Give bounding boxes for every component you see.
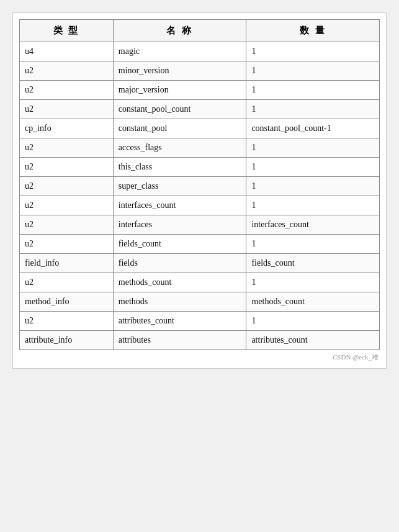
cell-count: 1 — [246, 312, 380, 331]
cell-count: 1 — [246, 158, 380, 177]
cell-type: u2 — [20, 81, 114, 100]
table-row: u2methods_count1 — [20, 273, 380, 292]
table-row: u2fields_count1 — [20, 235, 380, 254]
cell-count: 1 — [246, 235, 380, 254]
cell-name: attributes — [113, 331, 246, 350]
cell-name: constant_pool — [113, 119, 246, 138]
cell-count: 1 — [246, 61, 380, 81]
cell-count: attributes_count — [246, 331, 380, 350]
table-row: u2super_class1 — [20, 177, 380, 196]
cell-name: methods — [113, 292, 246, 312]
cell-name: this_class — [113, 158, 246, 177]
cell-type: u2 — [20, 215, 114, 235]
cell-type: cp_info — [20, 119, 114, 138]
cell-count: methods_count — [246, 292, 380, 312]
table-row: u2constant_pool_count1 — [20, 100, 380, 119]
cell-name: constant_pool_count — [113, 100, 246, 119]
cell-type: u2 — [20, 138, 114, 158]
cell-name: magic — [113, 42, 246, 61]
table-row: field_infofieldsfields_count — [20, 254, 380, 273]
table-row: u4magic1 — [20, 42, 380, 61]
cell-name: access_flags — [113, 138, 246, 158]
cell-count: 1 — [246, 100, 380, 119]
cell-name: super_class — [113, 177, 246, 196]
cell-count: 1 — [246, 138, 380, 158]
cell-name: interfaces — [113, 215, 246, 235]
cell-type: u2 — [20, 235, 114, 254]
cell-type: u2 — [20, 196, 114, 215]
cell-count: constant_pool_count-1 — [246, 119, 380, 138]
header-count: 数 量 — [246, 20, 380, 42]
cell-name: minor_version — [113, 61, 246, 81]
cell-name: interfaces_count — [113, 196, 246, 215]
cell-count: fields_count — [246, 254, 380, 273]
page-wrapper: 类 型 名 称 数 量 u4magic1u2minor_version1u2ma… — [12, 12, 387, 369]
table-row: u2minor_version1 — [20, 61, 380, 81]
header-name: 名 称 — [113, 20, 246, 42]
cell-count: 1 — [246, 42, 380, 61]
cell-name: attributes_count — [113, 312, 246, 331]
table-row: cp_infoconstant_poolconstant_pool_count-… — [20, 119, 380, 138]
cell-type: u2 — [20, 61, 114, 81]
table-row: u2major_version1 — [20, 81, 380, 100]
cell-type: field_info — [20, 254, 114, 273]
cell-type: method_info — [20, 292, 114, 312]
cell-name: fields — [113, 254, 246, 273]
cell-count: 1 — [246, 177, 380, 196]
cell-count: 1 — [246, 196, 380, 215]
cell-name: major_version — [113, 81, 246, 100]
cell-count: interfaces_count — [246, 215, 380, 235]
table-row: u2this_class1 — [20, 158, 380, 177]
cell-count: 1 — [246, 273, 380, 292]
cell-type: attribute_info — [20, 331, 114, 350]
cell-type: u2 — [20, 312, 114, 331]
cell-type: u2 — [20, 158, 114, 177]
cell-type: u2 — [20, 100, 114, 119]
table-row: u2interfaces_count1 — [20, 196, 380, 215]
header-type: 类 型 — [20, 20, 114, 42]
table-row: u2access_flags1 — [20, 138, 380, 158]
cell-name: methods_count — [113, 273, 246, 292]
watermark: CSDN @eck_堆 — [19, 353, 380, 362]
table-row: u2attributes_count1 — [20, 312, 380, 331]
cell-type: u2 — [20, 177, 114, 196]
table-row: method_infomethodsmethods_count — [20, 292, 380, 312]
table-row: attribute_infoattributesattributes_count — [20, 331, 380, 350]
cell-type: u2 — [20, 273, 114, 292]
cell-count: 1 — [246, 81, 380, 100]
cell-name: fields_count — [113, 235, 246, 254]
cell-type: u4 — [20, 42, 114, 61]
class-structure-table: 类 型 名 称 数 量 u4magic1u2minor_version1u2ma… — [19, 19, 380, 350]
table-row: u2interfacesinterfaces_count — [20, 215, 380, 235]
